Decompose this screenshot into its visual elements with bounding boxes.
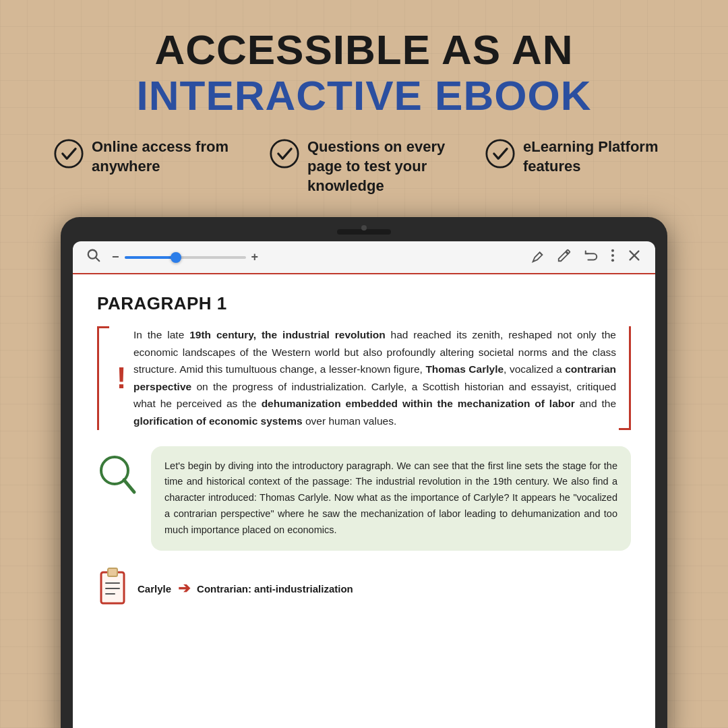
- svg-point-8: [611, 259, 614, 262]
- svg-point-0: [55, 140, 82, 167]
- clipboard-icon: [97, 567, 128, 610]
- right-bracket: [616, 326, 631, 429]
- header: ACCESSIBLE AS AN INTERACTIVE EBOOK: [34, 27, 694, 119]
- exclamation-mark: !: [112, 326, 131, 429]
- page: ACCESSIBLE AS AN INTERACTIVE EBOOK Onlin…: [0, 0, 728, 728]
- zoom-slider-track[interactable]: [125, 256, 246, 259]
- summary-source: Carlyle: [138, 583, 171, 595]
- left-bracket: [97, 326, 112, 429]
- svg-point-7: [611, 254, 614, 257]
- feature-item-2: Questions on every page to test your kno…: [270, 138, 458, 195]
- checkmark-icon-1: [54, 139, 84, 169]
- close-icon[interactable]: [627, 248, 642, 266]
- highlight-icon[interactable]: [530, 248, 545, 266]
- zoom-minus-button[interactable]: −: [112, 250, 119, 264]
- svg-point-2: [487, 140, 514, 167]
- features-row: Online access from anywhere Questions on…: [34, 138, 694, 195]
- comment-section: Let's begin by diving into the introduct…: [97, 446, 631, 551]
- title-prefix: ACCESSIBLE AS AN: [154, 26, 573, 73]
- zoom-slider-fill: [125, 256, 173, 259]
- magnifier-icon: [97, 453, 138, 551]
- search-icon[interactable]: [86, 248, 101, 266]
- zoom-slider-thumb[interactable]: [171, 252, 181, 263]
- main-paragraph-text: In the late 19th century, the industrial…: [133, 326, 616, 429]
- feature-item-3: eLearning Platform features: [485, 138, 674, 176]
- svg-point-1: [271, 140, 298, 167]
- page-title: ACCESSIBLE AS AN INTERACTIVE EBOOK: [34, 27, 694, 119]
- checkmark-icon-2: [270, 139, 299, 169]
- zoom-plus-button[interactable]: +: [251, 250, 259, 264]
- zoom-control[interactable]: − +: [112, 250, 310, 264]
- tablet-wrapper: − +: [34, 217, 694, 728]
- title-highlight: INTERACTIVE EBOOK: [137, 72, 592, 119]
- feature-item-1: Online access from anywhere: [54, 138, 243, 176]
- comment-box: Let's begin by diving into the introduct…: [151, 446, 631, 551]
- undo-icon[interactable]: [584, 248, 599, 266]
- pencil-icon[interactable]: [557, 248, 572, 266]
- toolbar-right-icons: [530, 248, 642, 266]
- arrow-icon: ➔: [178, 580, 190, 597]
- summary-destination: Contrarian: anti-industrialization: [197, 583, 353, 595]
- svg-rect-14: [108, 568, 117, 576]
- ebook-content: PARAGRAPH 1 ! In the late 19th century, …: [73, 274, 655, 728]
- svg-line-12: [124, 480, 134, 492]
- svg-line-5: [540, 253, 543, 255]
- svg-point-6: [611, 249, 614, 252]
- feature-text-2: Questions on every page to test your kno…: [307, 138, 458, 195]
- toolbar: − +: [73, 241, 655, 274]
- tablet-device: − +: [61, 217, 667, 728]
- comment-text: Let's begin by diving into the introduct…: [164, 458, 617, 539]
- feature-text-1: Online access from anywhere: [92, 138, 243, 176]
- checkmark-icon-3: [485, 139, 515, 169]
- summary-label: Carlyle ➔ Contrarian: anti-industrializa…: [138, 580, 353, 597]
- main-text-block: ! In the late 19th century, the industri…: [97, 326, 631, 429]
- tablet-camera: [361, 225, 367, 231]
- svg-line-4: [96, 257, 99, 261]
- paragraph-title: PARAGRAPH 1: [97, 293, 631, 314]
- more-icon[interactable]: [611, 248, 615, 266]
- summary-row: Carlyle ➔ Contrarian: anti-industrializa…: [97, 567, 631, 610]
- feature-text-3: eLearning Platform features: [523, 138, 674, 176]
